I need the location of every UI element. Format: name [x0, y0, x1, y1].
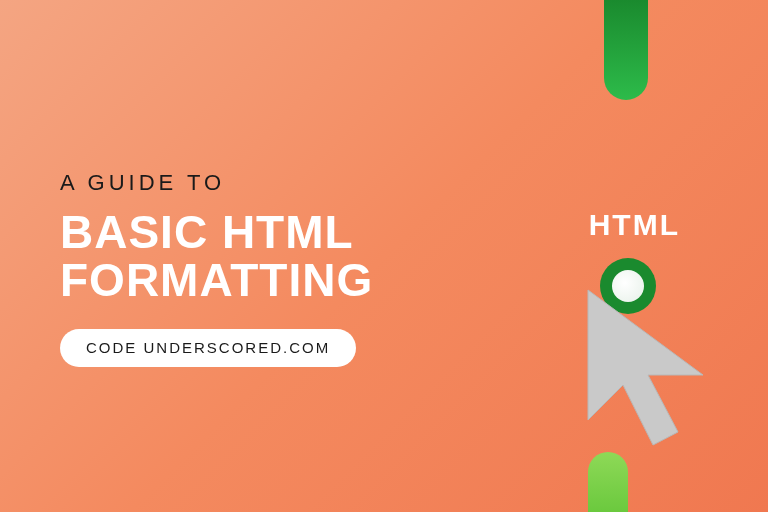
headline-line-2: FORMATTING	[60, 256, 373, 304]
kicker-text: A GUIDE TO	[60, 170, 373, 196]
text-block: A GUIDE TO BASIC HTML FORMATTING CODE UN…	[60, 170, 373, 367]
headline: BASIC HTML FORMATTING	[60, 208, 373, 305]
source-pill: CODE UNDERSCORED.COM	[60, 329, 356, 367]
decorative-top-tab	[604, 0, 648, 100]
hero-banner: A GUIDE TO BASIC HTML FORMATTING CODE UN…	[0, 0, 768, 512]
source-pill-text: CODE UNDERSCORED.COM	[86, 339, 330, 356]
cursor-arrow-icon	[568, 280, 748, 460]
headline-line-1: BASIC HTML	[60, 208, 373, 256]
decorative-bottom-tab	[588, 452, 628, 512]
html-badge-label: HTML	[589, 208, 680, 242]
